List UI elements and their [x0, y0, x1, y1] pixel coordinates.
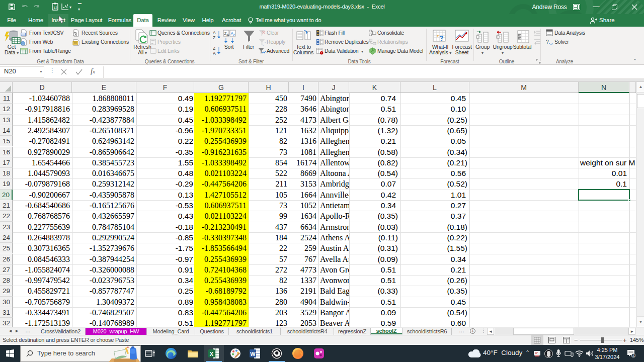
svg-text:A: A	[213, 30, 216, 35]
svg-text:W: W	[250, 351, 256, 357]
svg-text:A: A	[226, 33, 229, 37]
svg-text:Z: Z	[213, 46, 215, 51]
svg-text:4: 4	[632, 353, 634, 357]
svg-text:X: X	[210, 351, 214, 357]
svg-text:?: ?	[439, 34, 444, 42]
svg-text:?: ?	[546, 39, 549, 45]
svg-text:Z: Z	[213, 35, 215, 40]
svg-text:Z: Z	[233, 33, 235, 37]
svg-text:A: A	[213, 51, 216, 56]
